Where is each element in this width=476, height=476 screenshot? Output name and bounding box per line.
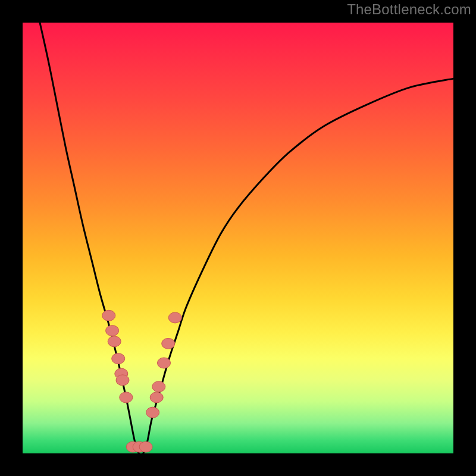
marker-point	[158, 358, 171, 368]
plot-area	[23, 23, 453, 453]
marker-point	[146, 407, 159, 418]
watermark-text: TheBottleneck.com	[347, 1, 471, 18]
marker-point	[102, 310, 115, 321]
marker-point	[162, 338, 175, 349]
chart-frame: TheBottleneck.com	[0, 0, 476, 476]
marker-point	[106, 325, 119, 336]
marker-point	[168, 312, 181, 323]
marker-point	[120, 392, 133, 403]
marker-point	[152, 381, 165, 392]
marker-group	[102, 310, 181, 452]
marker-point	[150, 392, 163, 403]
bottleneck-curve	[40, 23, 453, 455]
marker-point	[108, 336, 121, 347]
marker-point	[116, 375, 129, 386]
marker-point	[112, 353, 125, 364]
curve-layer	[23, 23, 453, 453]
marker-point	[139, 441, 152, 452]
